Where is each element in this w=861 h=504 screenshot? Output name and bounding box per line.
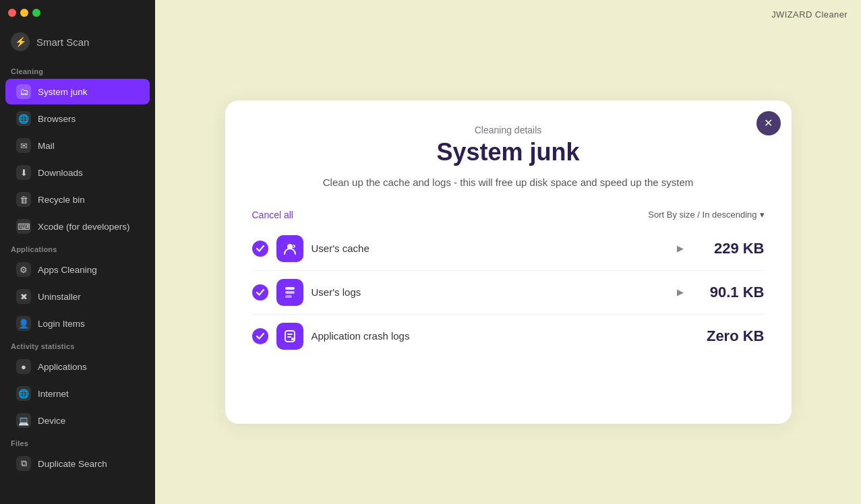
sidebar-item-xcode[interactable]: ⌨ Xcode (for developers): [5, 214, 150, 239]
apps-cleaning-icon: ⚙: [16, 262, 31, 277]
users-logs-icon: [276, 279, 303, 306]
uninstaller-icon: ✖: [16, 289, 31, 304]
sort-button[interactable]: Sort By size / In descending ▾: [648, 210, 764, 220]
expand-users-logs-button[interactable]: ▶: [672, 284, 689, 300]
card-description: Clean up the cache and logs - this will …: [252, 175, 765, 191]
recycle-bin-icon: 🗑: [16, 192, 31, 207]
smart-scan-label: Smart Scan: [36, 36, 89, 48]
sidebar-item-label: Downloads: [38, 168, 83, 178]
sidebar-item-system-junk[interactable]: 🗂 System junk: [5, 79, 150, 104]
sidebar-item-device[interactable]: 💻 Device: [5, 408, 150, 433]
duplicate-search-icon: ⧉: [16, 456, 31, 471]
svg-rect-1: [285, 287, 295, 290]
sidebar-item-apps-cleaning[interactable]: ⚙ Apps Cleaning: [5, 257, 150, 282]
browsers-icon: 🌐: [16, 111, 31, 126]
sidebar-item-label: Device: [38, 416, 65, 426]
app-title: JWIZARD Cleaner: [771, 9, 848, 20]
maximize-window-button[interactable]: [32, 9, 40, 17]
app-crash-logs-label: Application crash logs: [311, 330, 689, 342]
card-title: System junk: [252, 138, 765, 166]
mail-icon: ✉: [16, 138, 31, 153]
checkbox-users-logs[interactable]: [252, 284, 268, 301]
sidebar-item-smart-scan[interactable]: ⚡ Smart Scan: [0, 26, 155, 62]
sidebar: ⚡ Smart Scan Cleaning 🗂 System junk 🌐 Br…: [0, 0, 155, 504]
sidebar-item-label: Applications: [38, 362, 87, 372]
sidebar-item-label: Browsers: [38, 114, 76, 124]
applications-stats-icon: ●: [16, 359, 31, 374]
app-crash-logs-size: Zero KB: [697, 327, 765, 345]
users-logs-size: 90.1 KB: [697, 284, 765, 301]
cancel-all-button[interactable]: Cancel all: [252, 210, 293, 220]
sidebar-item-duplicate-search[interactable]: ⧉ Duplicate Search: [5, 451, 150, 476]
close-window-button[interactable]: [8, 9, 16, 17]
sidebar-item-label: Recycle bin: [38, 195, 85, 205]
list-item: User's cache ▶ 229 KB: [252, 227, 765, 271]
sidebar-item-internet[interactable]: 🌐 Internet: [5, 381, 150, 406]
xcode-icon: ⌨: [16, 219, 31, 234]
card-close-button[interactable]: ✕: [756, 111, 781, 135]
sort-label: Sort By size / In descending: [648, 210, 756, 220]
expand-users-cache-button[interactable]: ▶: [672, 241, 689, 256]
minimize-window-button[interactable]: [20, 9, 28, 17]
system-junk-icon: 🗂: [16, 84, 31, 99]
login-items-icon: 👤: [16, 316, 31, 331]
sidebar-item-mail[interactable]: ✉ Mail: [5, 133, 150, 158]
list-item: User's logs ▶ 90.1 KB: [252, 271, 765, 315]
users-cache-icon: [276, 235, 303, 262]
sidebar-item-label: Apps Cleaning: [38, 265, 97, 275]
list-item: Application crash logs Zero KB: [252, 315, 765, 358]
main-body: ✕ Cleaning details System junk Clean up …: [155, 20, 861, 504]
sidebar-item-label: Duplicate Search: [38, 459, 107, 469]
sidebar-item-applications-stats[interactable]: ● Applications: [5, 354, 150, 379]
users-cache-label: User's cache: [311, 243, 663, 254]
svg-rect-2: [285, 291, 295, 294]
sidebar-item-label: Uninstaller: [38, 292, 81, 302]
card-toolbar: Cancel all Sort By size / In descending …: [252, 210, 765, 220]
section-label-activity-statistics: Activity statistics: [0, 337, 155, 353]
users-logs-label: User's logs: [311, 286, 663, 298]
sidebar-item-label: System junk: [38, 87, 88, 97]
sidebar-item-label: Login Items: [38, 319, 85, 329]
sidebar-item-uninstaller[interactable]: ✖ Uninstaller: [5, 284, 150, 309]
checkbox-users-cache[interactable]: [252, 241, 268, 257]
main-header: JWIZARD Cleaner: [155, 0, 861, 20]
svg-rect-3: [285, 295, 292, 298]
section-label-cleaning: Cleaning: [0, 62, 155, 78]
checkbox-app-crash-logs[interactable]: [252, 328, 268, 344]
titlebar: [0, 0, 155, 26]
sidebar-item-label: Xcode (for developers): [38, 222, 130, 232]
card-subtitle: Cleaning details: [252, 125, 765, 135]
section-label-files: Files: [0, 434, 155, 450]
app-crash-logs-icon: [276, 323, 303, 350]
smart-scan-icon: ⚡: [11, 32, 30, 51]
device-icon: 💻: [16, 413, 31, 428]
sidebar-item-label: Mail: [38, 141, 55, 151]
sidebar-item-browsers[interactable]: 🌐 Browsers: [5, 106, 150, 131]
close-icon: ✕: [764, 117, 773, 129]
downloads-icon: ⬇: [16, 165, 31, 180]
sidebar-item-label: Internet: [38, 389, 69, 399]
sidebar-item-downloads[interactable]: ⬇ Downloads: [5, 160, 150, 185]
section-label-applications: Applications: [0, 240, 155, 256]
users-cache-size: 229 KB: [697, 240, 765, 257]
main-content: JWIZARD Cleaner ✕ Cleaning details Syste…: [155, 0, 861, 504]
sidebar-item-login-items[interactable]: 👤 Login Items: [5, 311, 150, 336]
chevron-down-icon: ▾: [760, 210, 765, 220]
internet-icon: 🌐: [16, 386, 31, 401]
cleaning-details-card: ✕ Cleaning details System junk Clean up …: [225, 100, 792, 424]
sidebar-item-recycle-bin[interactable]: 🗑 Recycle bin: [5, 187, 150, 212]
